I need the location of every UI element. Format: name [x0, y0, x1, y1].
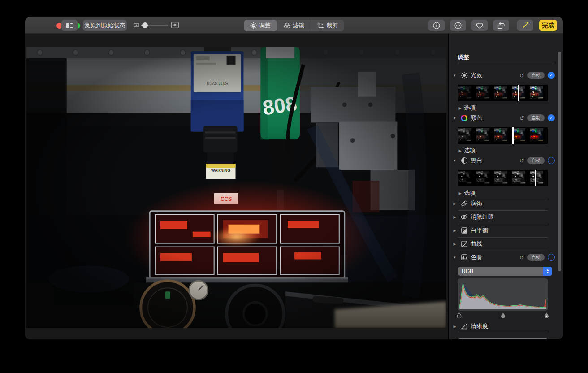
- white-point-handle[interactable]: [544, 312, 549, 318]
- undo-icon[interactable]: ↺: [519, 72, 524, 79]
- levels-histogram-icon: [460, 254, 468, 261]
- reset-adjustments-button[interactable]: 还原调整: [458, 338, 548, 339]
- toolbar: 复原到原始状态 调整: [25, 17, 563, 34]
- zoom-slider-knob[interactable]: [142, 22, 148, 28]
- auto-button[interactable]: 自动: [527, 254, 545, 261]
- info-button[interactable]: [428, 20, 445, 31]
- enabled-checkbox[interactable]: ✓: [548, 114, 555, 121]
- favorite-button[interactable]: [471, 20, 488, 31]
- zoom-out-thumb-icon: [134, 23, 139, 27]
- section-header-curves[interactable]: ▶ 曲线: [449, 240, 555, 248]
- divider: [458, 210, 548, 211]
- channel-value: RGB: [462, 268, 543, 274]
- undo-icon[interactable]: ↺: [519, 157, 524, 164]
- midtone-handle[interactable]: [501, 312, 506, 318]
- edit-mode-tabs: 调整 滤镜 裁剪: [244, 20, 344, 31]
- options-label: 选项: [464, 104, 476, 112]
- disclosure-triangle-icon[interactable]: ▶: [453, 242, 457, 246]
- divider: [458, 199, 548, 199]
- disclosure-triangle-icon[interactable]: ▶: [453, 325, 457, 329]
- tab-crop[interactable]: 裁剪: [311, 20, 344, 31]
- split-view-icon: [66, 23, 74, 28]
- section-header-definition[interactable]: ▶ 清晰度: [449, 322, 555, 330]
- section-header-bw[interactable]: ▼ 黑白 ↺ 自动: [449, 156, 555, 165]
- section-header-levels[interactable]: ▼ 色阶 ↺ 自动: [449, 253, 555, 261]
- section-header-light[interactable]: ▼ 光效 ↺ 自动 ✓: [449, 71, 555, 79]
- undo-icon[interactable]: ↺: [519, 115, 524, 121]
- color-options-row[interactable]: ▶ 选项: [449, 147, 555, 154]
- enabled-checkbox[interactable]: [548, 254, 555, 261]
- black-point-handle[interactable]: [457, 312, 462, 318]
- section-label: 白平衡: [471, 226, 488, 234]
- auto-button[interactable]: 自动: [527, 72, 545, 79]
- section-label: 润饰: [471, 200, 482, 208]
- filters-icon: [284, 22, 290, 29]
- tab-filters-label: 滤镜: [293, 22, 304, 30]
- white-balance-icon: w: [460, 227, 468, 234]
- photos-app-window: 复原到原始状态 调整: [25, 17, 563, 339]
- disclosure-triangle-icon[interactable]: ▶: [453, 215, 457, 219]
- section-label: 颜色: [471, 114, 482, 122]
- section-label: 清晰度: [471, 322, 488, 330]
- section-header-retouch[interactable]: ▶ 润饰: [449, 200, 555, 208]
- disclosure-triangle-icon[interactable]: ▼: [453, 256, 457, 260]
- photo-canvas-area: [25, 34, 448, 339]
- svg-text:w: w: [463, 228, 464, 231]
- disclosure-triangle-icon[interactable]: ▶: [453, 229, 457, 233]
- color-strip-handle[interactable]: [512, 127, 514, 144]
- options-label: 选项: [464, 189, 476, 197]
- tab-filters[interactable]: 滤镜: [277, 20, 311, 31]
- disclosure-triangle-icon[interactable]: ▶: [458, 149, 462, 153]
- more-options-button[interactable]: [450, 20, 466, 31]
- tab-adjust-label: 调整: [259, 22, 271, 30]
- levels-channel-select[interactable]: RGB ▲▼: [458, 267, 552, 276]
- info-icon: [433, 22, 440, 29]
- section-header-whitebalance[interactable]: ▶ w 白平衡: [449, 226, 555, 234]
- bw-adjustment-strip[interactable]: [458, 170, 548, 186]
- enabled-checkbox[interactable]: [548, 157, 555, 164]
- disclosure-triangle-icon[interactable]: ▶: [453, 202, 457, 206]
- ellipsis-circle-icon: [454, 22, 462, 29]
- light-options-row[interactable]: ▶ 选项: [449, 104, 555, 112]
- auto-button[interactable]: 自动: [527, 157, 545, 164]
- bw-strip-handle[interactable]: [535, 170, 536, 186]
- levels-histogram-panel[interactable]: [458, 278, 548, 311]
- disclosure-triangle-icon[interactable]: ▼: [453, 116, 457, 120]
- zoom-in-thumb-icon: [171, 22, 179, 28]
- light-adjustment-strip[interactable]: [458, 85, 548, 101]
- color-adjustment-strip[interactable]: [458, 127, 548, 144]
- auto-button[interactable]: 自动: [527, 114, 545, 121]
- tab-adjust[interactable]: 调整: [244, 20, 277, 31]
- levels-handles: [458, 312, 548, 319]
- section-label: 曲线: [471, 240, 482, 248]
- rotate-icon: [497, 22, 505, 29]
- zoom-slider[interactable]: [141, 25, 168, 26]
- compare-view-button[interactable]: [61, 20, 78, 31]
- adjust-panel: 调整 ▼ 光效 ↺ 自动 ✓ ▶ 选项: [448, 34, 563, 339]
- color-wheel-icon: [460, 114, 468, 122]
- disclosure-triangle-icon[interactable]: ▼: [453, 159, 457, 163]
- section-header-color[interactable]: ▼ 颜色 ↺ 自动 ✓: [449, 114, 555, 122]
- revert-original-button[interactable]: 复原到原始状态: [83, 20, 127, 31]
- section-label: 黑白: [471, 156, 482, 165]
- section-header-redeye[interactable]: ▶ 消除红眼: [449, 213, 555, 221]
- tab-crop-label: 裁剪: [326, 22, 338, 30]
- divider: [458, 224, 548, 224]
- sidebar-scrollbar[interactable]: [558, 52, 561, 271]
- disclosure-triangle-icon[interactable]: ▶: [458, 106, 462, 110]
- heart-icon: [476, 22, 483, 29]
- section-label: 消除红眼: [471, 213, 494, 221]
- divider: [458, 251, 548, 251]
- auto-enhance-button[interactable]: [517, 20, 533, 31]
- done-button[interactable]: 完成: [539, 20, 557, 31]
- undo-icon[interactable]: ↺: [519, 254, 524, 261]
- disclosure-triangle-icon[interactable]: ▼: [453, 74, 457, 78]
- bw-options-row[interactable]: ▶ 选项: [449, 190, 555, 197]
- disclosure-triangle-icon[interactable]: ▶: [458, 191, 462, 195]
- light-strip-handle[interactable]: [518, 85, 519, 101]
- rotate-button[interactable]: [493, 20, 509, 31]
- adjust-dial-icon: [250, 22, 257, 29]
- bw-half-circle-icon: [460, 157, 468, 165]
- light-sun-icon: [460, 72, 468, 79]
- enabled-checkbox[interactable]: ✓: [548, 72, 555, 79]
